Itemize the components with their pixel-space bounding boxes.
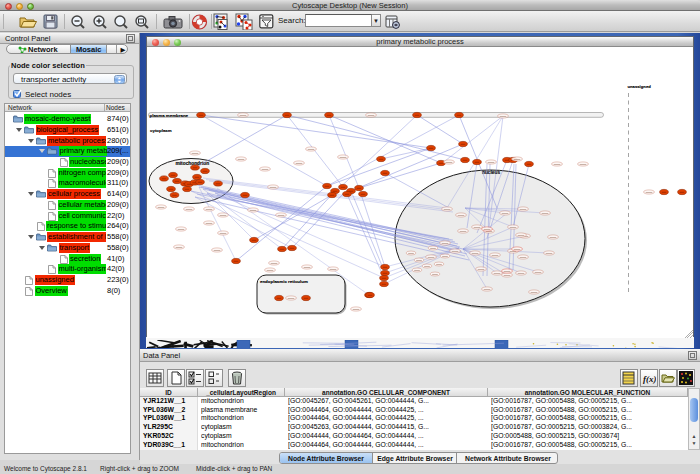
svg-text:cytoplasm: cytoplasm	[150, 128, 172, 133]
svg-text:f(x): f(x)	[643, 374, 656, 384]
svg-text:nucleus: nucleus	[482, 170, 500, 175]
svg-text:plasma membrane: plasma membrane	[150, 113, 189, 118]
svg-text:unassigned: unassigned	[628, 84, 652, 89]
svg-text:endoplasmic reticulum: endoplasmic reticulum	[260, 279, 308, 284]
